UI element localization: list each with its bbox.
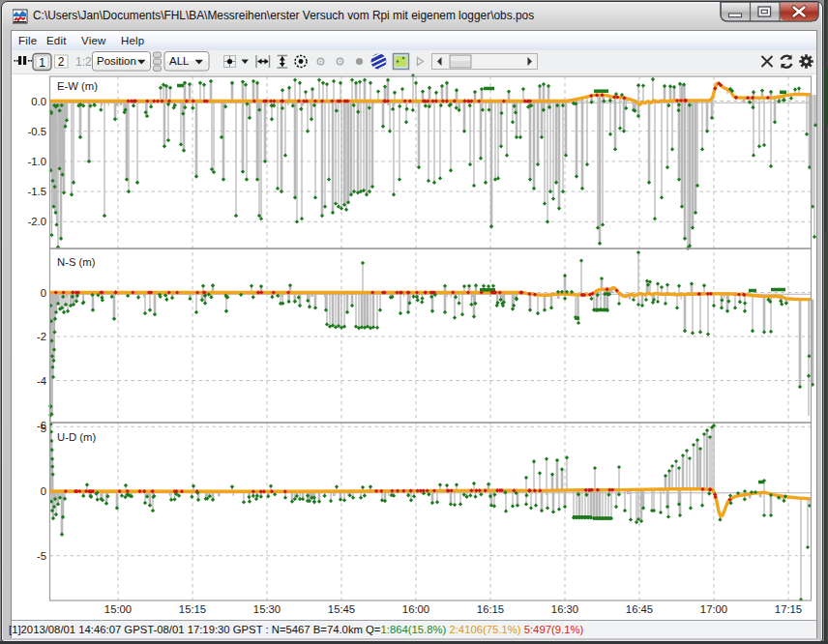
svg-text:16:15: 16:15: [477, 603, 504, 615]
svg-text:5: 5: [41, 423, 46, 434]
svg-text:-4: -4: [37, 375, 46, 387]
svg-text:-0.5: -0.5: [28, 126, 46, 137]
svg-text:N-S (m): N-S (m): [57, 256, 96, 268]
svg-text:16:30: 16:30: [551, 603, 578, 615]
svg-text:17:00: 17:00: [700, 603, 727, 615]
svg-text:16:45: 16:45: [626, 603, 653, 615]
svg-text:-2: -2: [37, 331, 46, 342]
svg-text:15:15: 15:15: [179, 603, 206, 615]
svg-text:-2.0: -2.0: [28, 216, 46, 227]
svg-text:16:00: 16:00: [402, 603, 429, 615]
svg-text:15:30: 15:30: [253, 603, 281, 615]
svg-text:-5: -5: [37, 550, 46, 562]
svg-text:0: 0: [41, 485, 46, 497]
svg-text:0: 0: [41, 287, 46, 299]
svg-text:17:15: 17:15: [775, 603, 802, 615]
svg-text:0.0: 0.0: [31, 96, 46, 107]
svg-text:15:45: 15:45: [328, 603, 355, 615]
svg-text:U-D (m): U-D (m): [57, 431, 96, 443]
svg-text:15:00: 15:00: [104, 603, 132, 615]
svg-text:-1.0: -1.0: [28, 156, 46, 167]
svg-text:E-W (m): E-W (m): [57, 80, 98, 92]
svg-text:-1.5: -1.5: [28, 186, 46, 197]
